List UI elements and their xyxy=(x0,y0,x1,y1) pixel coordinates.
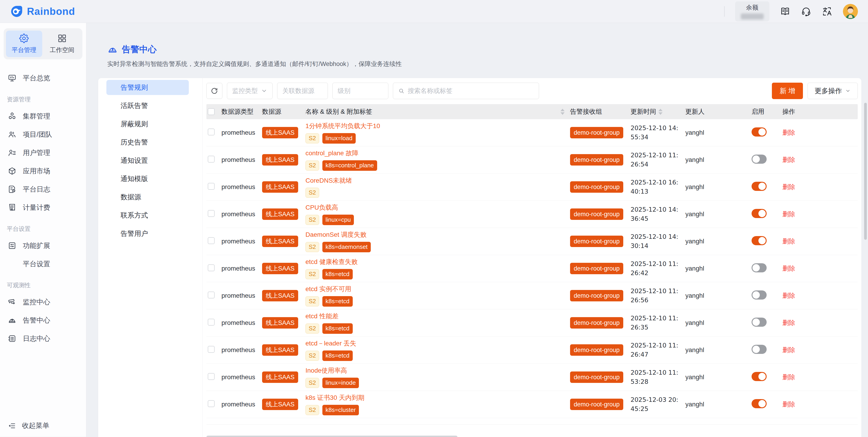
sidebar-item-alert-center[interactable]: 告警中心 xyxy=(0,311,86,330)
search-input[interactable]: 搜索名称或标签 xyxy=(393,83,539,99)
sidebar-item-platform-log[interactable]: 平台日志 xyxy=(0,180,86,198)
sidebar-item-user[interactable]: 用户管理 xyxy=(0,144,86,162)
submenu-item[interactable]: 告警用户 xyxy=(106,226,189,241)
enable-toggle[interactable] xyxy=(751,399,767,408)
sidebar-item-settings[interactable]: 平台设置 xyxy=(0,255,86,273)
submenu-item[interactable]: 屏蔽规则 xyxy=(106,117,189,131)
delete-link[interactable]: 删除 xyxy=(782,183,795,190)
col-updater[interactable]: 更新人 xyxy=(685,107,751,116)
delete-link[interactable]: 删除 xyxy=(782,211,795,218)
row-checkbox[interactable] xyxy=(208,156,215,162)
enable-toggle[interactable] xyxy=(751,209,767,218)
col-name-level-tags[interactable]: 名称 & 级别 & 附加标签 xyxy=(306,107,570,116)
col-actions[interactable]: 操作 xyxy=(782,107,858,116)
enable-toggle[interactable] xyxy=(751,290,767,300)
delete-link[interactable]: 删除 xyxy=(782,401,795,408)
enable-toggle[interactable] xyxy=(751,318,767,327)
user-avatar[interactable] xyxy=(843,4,858,19)
rule-name-link[interactable]: control_plane 故障 xyxy=(306,150,359,157)
row-checkbox[interactable] xyxy=(208,264,215,271)
tab-platform-admin[interactable]: 平台管理 xyxy=(6,31,42,57)
datasource-filter-input[interactable]: 关联数据源 xyxy=(277,83,328,99)
horizontal-scrollbar[interactable] xyxy=(206,436,458,437)
row-checkbox[interactable] xyxy=(208,291,215,299)
rainbond-logo[interactable]: Rainbond xyxy=(10,5,75,18)
rule-name-link[interactable]: CoreDNS未就绪 xyxy=(306,177,352,184)
enable-toggle[interactable] xyxy=(751,127,767,136)
sidebar-item-overview[interactable]: 平台总览 xyxy=(0,69,86,87)
sidebar-item-billing[interactable]: 计量计费 xyxy=(0,198,86,217)
severity-tag: S2 xyxy=(306,242,319,252)
severity-tag: S2 xyxy=(306,351,319,361)
enable-toggle[interactable] xyxy=(751,236,767,245)
sidebar-item-log-center[interactable]: 日志中心 xyxy=(0,330,86,348)
tab-workspace[interactable]: 工作空间 xyxy=(44,31,80,57)
grid-icon xyxy=(57,34,67,43)
row-checkbox[interactable] xyxy=(208,210,215,217)
rule-name-link[interactable]: k8s 证书30 天内到期 xyxy=(306,394,364,401)
translate-icon[interactable] xyxy=(822,6,832,17)
vertical-scrollbar[interactable] xyxy=(864,103,867,240)
row-checkbox[interactable] xyxy=(208,346,215,353)
row-checkbox[interactable] xyxy=(208,237,215,244)
row-checkbox[interactable] xyxy=(208,319,215,325)
submenu-item[interactable]: 通知模版 xyxy=(106,171,189,186)
col-updated-time[interactable]: 更新时间 xyxy=(630,107,685,117)
col-receiver-group[interactable]: 告警接收组 xyxy=(570,107,630,116)
rule-name-link[interactable]: CPU负载高 xyxy=(306,204,338,211)
sidebar-item-monitor-center[interactable]: 监控中心 xyxy=(0,293,86,311)
delete-link[interactable]: 删除 xyxy=(782,346,795,353)
enable-toggle[interactable] xyxy=(751,372,767,381)
support-icon[interactable] xyxy=(801,6,811,17)
col-enabled[interactable]: 启用 xyxy=(751,107,782,116)
more-actions-button[interactable]: 更多操作 xyxy=(807,83,858,99)
enable-toggle[interactable] xyxy=(751,345,767,354)
level-filter-input[interactable]: 级别 xyxy=(332,83,388,99)
docs-icon[interactable] xyxy=(780,6,790,17)
enable-toggle[interactable] xyxy=(751,155,767,164)
rule-name-link[interactable]: DaemonSet 调度失败 xyxy=(306,231,367,238)
delete-link[interactable]: 删除 xyxy=(782,238,795,245)
enable-toggle[interactable] xyxy=(751,263,767,272)
row-checkbox[interactable] xyxy=(208,129,215,135)
rule-name-link[interactable]: etcd 健康检查失败 xyxy=(306,258,358,265)
submenu-item[interactable]: 历史告警 xyxy=(106,135,189,150)
sort-icon[interactable] xyxy=(560,109,565,115)
balance-box[interactable]: 余额 xyxy=(735,1,769,22)
row-checkbox[interactable] xyxy=(208,183,215,190)
delete-link[interactable]: 删除 xyxy=(782,156,795,163)
sidebar-item-cluster[interactable]: 集群管理 xyxy=(0,107,86,125)
rule-name-link[interactable]: etcd－leader 丢失 xyxy=(306,340,356,347)
delete-link[interactable]: 删除 xyxy=(782,292,795,299)
refresh-button[interactable] xyxy=(206,83,222,99)
cell-updated-time: 2025-12-03 20:45:25 xyxy=(630,395,685,414)
select-all-checkbox[interactable] xyxy=(208,108,215,115)
datasource-badge: 线上SAAS xyxy=(262,263,298,274)
submenu-item[interactable]: 活跃告警 xyxy=(106,98,189,113)
submenu-item[interactable]: 联系方式 xyxy=(106,208,189,223)
delete-link[interactable]: 删除 xyxy=(782,129,795,136)
rule-name-link[interactable]: Inode使用率高 xyxy=(306,367,347,374)
rule-name-link[interactable]: etcd 性能差 xyxy=(306,313,339,320)
delete-link[interactable]: 删除 xyxy=(782,374,795,381)
enable-toggle[interactable] xyxy=(751,182,767,191)
sidebar-item-team[interactable]: 项目/团队 xyxy=(0,125,86,144)
sidebar-item-extension[interactable]: 功能扩展 xyxy=(0,237,86,255)
collapse-menu-button[interactable]: 收起菜单 xyxy=(8,421,49,430)
row-checkbox[interactable] xyxy=(208,373,215,380)
col-datasource-type[interactable]: 数据源类型 xyxy=(221,107,262,116)
alert-center-card: 告警规则活跃告警屏蔽规则历史告警通知设置通知模版数据源联系方式告警用户 监控类型… xyxy=(98,78,861,437)
submenu-item[interactable]: 数据源 xyxy=(106,189,189,205)
add-button[interactable]: 新 增 xyxy=(772,83,803,99)
delete-link[interactable]: 删除 xyxy=(782,265,795,272)
row-checkbox[interactable] xyxy=(208,400,215,407)
rule-name-link[interactable]: 1分钟系统平均负载大于10 xyxy=(306,122,380,129)
sidebar-item-market[interactable]: 应用市场 xyxy=(0,162,86,180)
sort-icon[interactable] xyxy=(658,109,662,115)
col-datasource[interactable]: 数据源 xyxy=(262,107,306,116)
delete-link[interactable]: 删除 xyxy=(782,319,795,326)
rule-name-link[interactable]: etcd 实例不可用 xyxy=(306,285,351,292)
monitor-type-select[interactable]: 监控类型 xyxy=(227,83,273,99)
submenu-item[interactable]: 告警规则 xyxy=(106,80,189,95)
submenu-item[interactable]: 通知设置 xyxy=(106,153,189,168)
